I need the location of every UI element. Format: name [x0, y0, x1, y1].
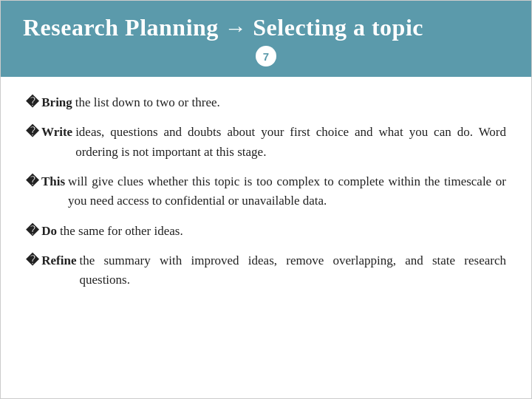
bullet-write: � Write ideas, questions and doubts abou… — [26, 123, 506, 162]
bullet-write-label: � Write — [26, 123, 72, 142]
title-part1: Research Planning — [23, 14, 219, 41]
page-number: 7 — [256, 46, 276, 66]
bullet-refine: � Refine the summary with improved ideas… — [26, 251, 506, 290]
bullet-refine-label: � Refine — [26, 251, 76, 270]
arrow-icon: → — [225, 16, 248, 41]
bullet-write-text: ideas, questions and doubts about your f… — [75, 123, 506, 162]
slide-content: � Bring the list down to two or three. �… — [1, 77, 531, 398]
title-part2: Selecting a topic — [253, 14, 423, 41]
slide-header: Research Planning → Selecting a topic 7 — [1, 1, 531, 77]
bullet-do-label: � Do — [26, 222, 57, 241]
bullet-do-text: the same for other ideas. — [60, 222, 183, 241]
page-number-container: 7 — [23, 46, 509, 66]
bullet-this-label: � This — [26, 172, 65, 191]
bullet-bring-label: � Bring — [26, 93, 72, 112]
slide: Research Planning → Selecting a topic 7 … — [0, 0, 532, 399]
bullet-this-text: will give clues whether this topic is to… — [68, 172, 506, 211]
bullet-refine-text: the summary with improved ideas, remove … — [79, 251, 506, 290]
bullet-bring-text: the list down to two or three. — [75, 93, 220, 112]
bullet-do: � Do the same for other ideas. — [26, 222, 506, 241]
bullet-bring: � Bring the list down to two or three. — [26, 93, 506, 112]
bullet-this: � This will give clues whether this topi… — [26, 172, 506, 211]
